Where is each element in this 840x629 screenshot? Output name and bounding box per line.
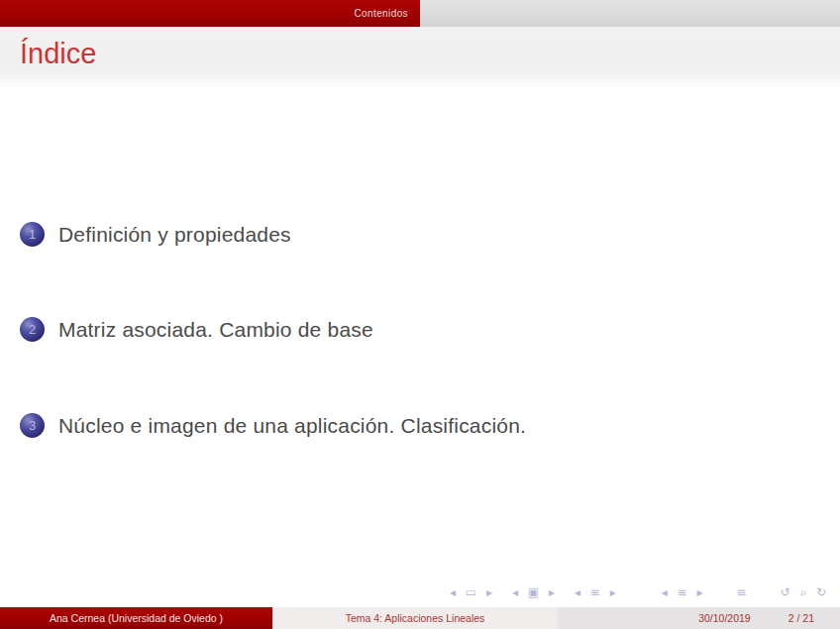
toc-item-label: Matriz asociada. Cambio de base <box>58 318 373 342</box>
footer-date-box: 30/10/2019 2 / 21 <box>558 607 840 629</box>
footer-date: 30/10/2019 <box>698 612 751 624</box>
item-number: 2 <box>29 323 36 336</box>
toc-list: 1 Definición y propiedades 2 Matriz asoc… <box>0 0 840 629</box>
footer-author-box: Ana Cernea (Universidad de Oviedo ) <box>0 607 272 629</box>
frame-nav-icon[interactable]: ◂ ▣ ▸ <box>512 585 558 599</box>
beamer-slide: Contenidos Índice 1 Definición y propied… <box>0 0 840 629</box>
footer-short-title: Tema 4: Aplicaciones Lineales <box>346 612 485 624</box>
toc-item[interactable]: 2 Matriz asociada. Cambio de base <box>20 317 373 342</box>
item-number-ball-icon: 2 <box>20 317 45 342</box>
toc-nav-icon[interactable]: ≡ <box>736 585 749 599</box>
footer-author: Ana Cernea (Universidad de Oviedo ) <box>50 612 223 624</box>
navigation-bar: ◂ ▭ ▸ ◂ ▣ ▸ ◂ ≡ ▸ ◂ ≡ ▸ ≡ ↺ ⌕ ↻ <box>450 585 829 599</box>
section-nav-icon[interactable]: ◂ ≡ ▸ <box>662 585 706 599</box>
item-number-ball-icon: 3 <box>20 413 45 438</box>
item-number: 1 <box>29 228 36 241</box>
item-number: 3 <box>29 419 36 432</box>
toc-item-label: Núcleo e imagen de una aplicación. Clasi… <box>58 414 526 438</box>
toc-item[interactable]: 1 Definición y propiedades <box>20 222 291 247</box>
footer-bar: Ana Cernea (Universidad de Oviedo ) Tema… <box>0 607 840 629</box>
search-nav-icon[interactable]: ↺ ⌕ ↻ <box>781 585 829 599</box>
slide-nav-icon[interactable]: ◂ ▭ ▸ <box>450 585 495 599</box>
footer-title-box: Tema 4: Aplicaciones Lineales <box>272 607 558 629</box>
item-number-ball-icon: 1 <box>20 222 45 247</box>
toc-item[interactable]: 3 Núcleo e imagen de una aplicación. Cla… <box>20 413 526 438</box>
toc-item-label: Definición y propiedades <box>58 223 291 247</box>
footer-page-number: 2 / 21 <box>788 612 814 624</box>
subsection-nav-icon[interactable]: ◂ ≡ ▸ <box>575 585 619 599</box>
